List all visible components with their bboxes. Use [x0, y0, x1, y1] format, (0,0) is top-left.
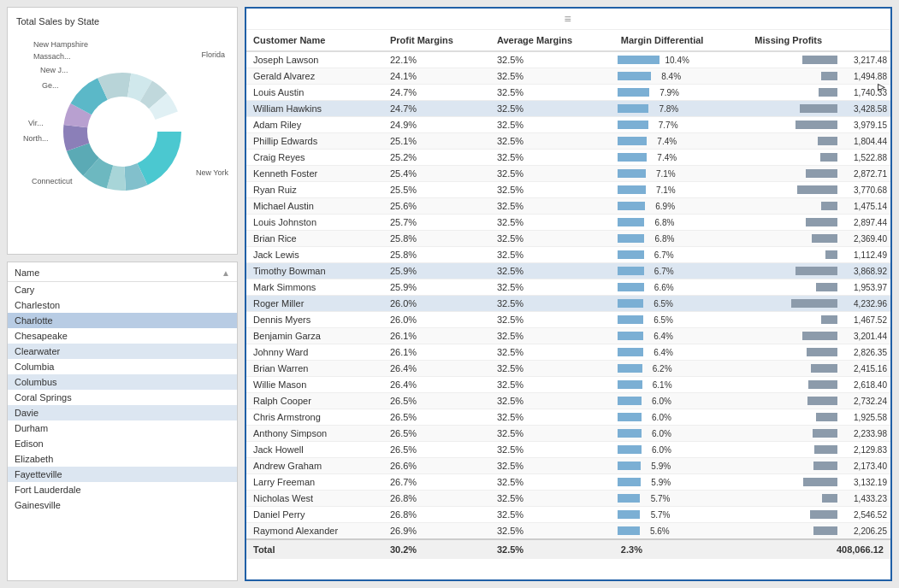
- table-row: Raymond Alexander26.9%32.5%5.6%2,206.25: [246, 523, 890, 540]
- col-average-margins[interactable]: Average Margins: [490, 30, 614, 51]
- missing-bar: [819, 88, 837, 97]
- cell-name: Larry Freeman: [246, 474, 383, 491]
- cell-avg: 32.5%: [490, 101, 614, 117]
- missing-bar: [810, 510, 837, 519]
- cell-diff: 10.4%: [614, 51, 748, 68]
- list-item[interactable]: Clearwater: [8, 344, 237, 359]
- cell-profit: 26.8%: [383, 507, 490, 523]
- diff-bar: [618, 332, 643, 340]
- diff-pct: 5.9%: [643, 478, 671, 487]
- cell-diff: 6.0%: [614, 393, 748, 409]
- cell-diff: 6.2%: [614, 361, 748, 377]
- cell-missing: 2,546.52: [748, 507, 890, 523]
- missing-val: 2,233.98: [840, 429, 887, 438]
- footer-avg: 32.5%: [490, 539, 614, 559]
- diff-bar: [618, 397, 642, 405]
- cell-name: Michael Austin: [246, 198, 383, 215]
- cell-missing: 2,826.35: [748, 344, 890, 361]
- table-row: Anthony Simpson26.5%32.5%6.0%2,233.98: [246, 426, 890, 442]
- cell-avg: 32.5%: [490, 231, 614, 247]
- cell-name: Louis Austin: [246, 85, 383, 101]
- missing-bar: [814, 445, 838, 454]
- cell-missing: 2,206.25: [748, 523, 890, 540]
- col-margin-diff[interactable]: Margin Differential: [614, 30, 748, 51]
- list-item[interactable]: Chesapeake: [8, 328, 237, 344]
- list-item[interactable]: Gainesville: [8, 497, 237, 513]
- sort-icon[interactable]: ▲: [222, 268, 230, 278]
- table-row: Mark Simmons25.9%32.5%6.6%1,953.97: [246, 279, 890, 296]
- diff-bar: [618, 137, 647, 145]
- cell-profit: 26.9%: [383, 523, 490, 540]
- list-item[interactable]: Fayetteville: [8, 467, 237, 482]
- list-item[interactable]: Durham: [8, 420, 237, 436]
- cell-profit: 25.1%: [383, 133, 490, 150]
- cell-missing: 1,112.49: [748, 247, 890, 263]
- diff-pct: 7.9%: [652, 88, 679, 97]
- list-item[interactable]: Coral Springs: [8, 390, 237, 405]
- col-customer-name[interactable]: Customer Name: [246, 30, 383, 51]
- cell-avg: 32.5%: [490, 85, 614, 101]
- missing-bar: [802, 56, 837, 64]
- cell-avg: 32.5%: [490, 133, 614, 150]
- cell-missing: 1,433.23: [748, 491, 890, 507]
- list-item[interactable]: Columbus: [8, 374, 237, 390]
- col-profit-margins[interactable]: Profit Margins: [383, 30, 490, 51]
- cell-avg: 32.5%: [490, 491, 614, 507]
- cell-profit: 26.5%: [383, 393, 490, 409]
- list-item[interactable]: Fort Lauderdale: [8, 482, 237, 497]
- table-drag-handle[interactable]: ≡: [246, 9, 890, 30]
- cell-name: Timothy Bowman: [246, 263, 383, 279]
- cell-missing: 3,770.68: [748, 182, 890, 198]
- list-item[interactable]: Columbia: [8, 359, 237, 374]
- list-item[interactable]: Charlotte: [8, 313, 237, 328]
- diff-bar: [618, 56, 659, 64]
- missing-bar: [806, 218, 837, 226]
- cell-name: Nicholas West: [246, 491, 383, 507]
- table-row: Gerald Alvarez24.1%32.5%8.4%1,494.88: [246, 68, 890, 85]
- cell-avg: 32.5%: [490, 215, 614, 231]
- table-row: Andrew Graham26.6%32.5%5.9%2,173.40: [246, 458, 890, 474]
- cell-name: Benjamin Garza: [246, 328, 383, 344]
- list-item[interactable]: Davie: [8, 405, 237, 420]
- table-scroll[interactable]: Customer Name Profit Margins Average Mar…: [246, 30, 890, 579]
- col-missing-profits[interactable]: Missing Profits: [748, 30, 890, 51]
- list-item[interactable]: Elizabeth: [8, 451, 237, 467]
- table-row: Benjamin Garza26.1%32.5%6.4%3,201.44: [246, 328, 890, 344]
- diff-pct: 6.0%: [644, 429, 671, 438]
- cell-name: Brian Warren: [246, 361, 383, 377]
- missing-val: 3,868.92: [840, 267, 887, 276]
- list-body[interactable]: CaryCharlestonCharlotteChesapeakeClearwa…: [8, 282, 237, 580]
- list-item[interactable]: Edison: [8, 436, 237, 451]
- missing-val: 1,925.58: [840, 413, 887, 422]
- cell-profit: 22.1%: [383, 51, 490, 68]
- missing-val: 2,369.40: [840, 234, 887, 244]
- table-row: Louis Austin24.7%32.5%7.9%1,740.33: [246, 85, 890, 101]
- diff-bar: [618, 364, 642, 373]
- cell-name: Gerald Alvarez: [246, 68, 383, 85]
- missing-val: 1,433.23: [840, 494, 887, 503]
- table-row: Jack Lewis25.8%32.5%6.7%1,112.49: [246, 247, 890, 263]
- list-item[interactable]: Cary: [8, 282, 237, 297]
- table-footer-row: Total 30.2% 32.5% 2.3% 408,066.12: [246, 539, 890, 559]
- list-item[interactable]: Charleston: [8, 297, 237, 313]
- missing-val: 1,475.14: [840, 202, 887, 211]
- cell-missing: 1,522.88: [748, 150, 890, 166]
- table-row: Chris Armstrong26.5%32.5%6.0%1,925.58: [246, 409, 890, 426]
- cell-diff: 5.7%: [614, 507, 748, 523]
- table-row: Phillip Edwards25.1%32.5%7.4%1,804.44: [246, 133, 890, 150]
- footer-profit: 30.2%: [383, 539, 490, 559]
- diff-pct: 6.6%: [647, 283, 674, 292]
- cell-name: Joseph Lawson: [246, 51, 383, 68]
- missing-bar: [808, 380, 837, 389]
- missing-bar: [813, 429, 837, 438]
- cell-profit: 24.7%: [383, 101, 490, 117]
- table-row: Brian Rice25.8%32.5%6.8%2,369.40: [246, 231, 890, 247]
- diff-bar: [618, 121, 648, 129]
- cell-avg: 32.5%: [490, 68, 614, 85]
- donut-label-north: North...: [23, 134, 49, 143]
- cell-avg: 32.5%: [490, 150, 614, 166]
- cell-name: Craig Reyes: [246, 150, 383, 166]
- diff-bar: [618, 88, 649, 97]
- cell-avg: 32.5%: [490, 117, 614, 133]
- missing-bar: [812, 234, 837, 243]
